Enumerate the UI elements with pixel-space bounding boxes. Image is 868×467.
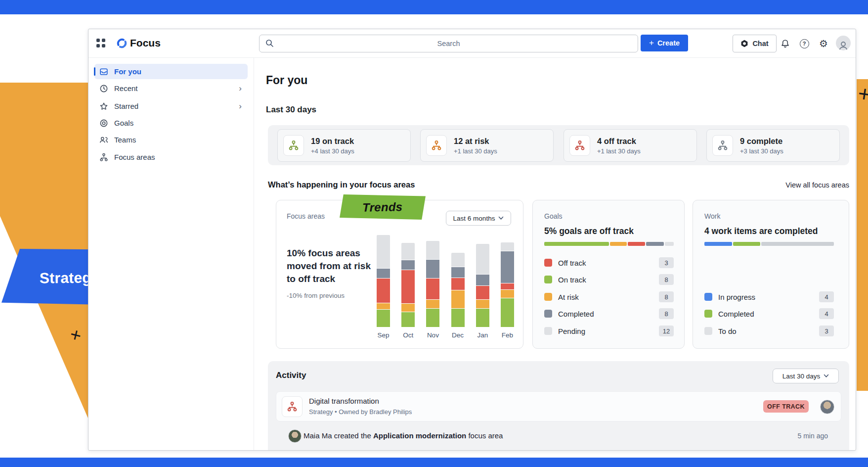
goals-headline: 5% goals are off track <box>544 226 634 236</box>
focus-area-icon <box>282 396 303 417</box>
status-swatch <box>704 293 712 301</box>
legend-row: At risk 8 <box>544 291 674 302</box>
activity-range-select[interactable]: Last 30 days <box>773 369 839 383</box>
stat-subtitle: +3 last 30 days <box>740 147 783 155</box>
legend-row: Off track 3 <box>544 257 674 268</box>
rovo-chat-icon <box>740 40 748 47</box>
org-chart-icon <box>99 153 108 162</box>
trend-bar-dec: Dec <box>451 253 465 339</box>
people-icon <box>99 136 108 144</box>
bar-segment-on_track <box>426 309 439 327</box>
legend-row: In progress 4 <box>704 291 834 302</box>
sidebar-item-label: Teams <box>114 136 136 144</box>
goals-card: Goals 5% goals are off track Off track 3… <box>532 200 685 349</box>
sidebar-item-goals[interactable]: Goals <box>94 115 248 131</box>
sidebar-item-for-you[interactable]: For you <box>94 64 248 79</box>
focus-areas-trend-card: Focus areas Last 6 months 10% focus area… <box>276 200 523 349</box>
search-input[interactable]: Search <box>259 35 638 52</box>
trend-bar-oct: Oct <box>401 243 415 339</box>
activity-range-value: Last 30 days <box>782 373 821 380</box>
stat-title: 12 at risk <box>454 137 497 146</box>
trend-bar-sep: Sep <box>377 235 390 339</box>
work-card: Work 4 work items are completed In progr… <box>693 200 849 349</box>
stat-card-complete[interactable]: 9 complete +3 last 30 days <box>706 129 840 162</box>
sidebar-item-recent[interactable]: Recent › <box>94 81 248 96</box>
trend-bar-jan: Jan <box>476 244 489 339</box>
stat-card-off-track[interactable]: 4 off track +1 last 30 days <box>564 129 697 162</box>
app-name: Focus <box>130 37 161 49</box>
sidebar-item-starred[interactable]: Starred › <box>94 98 248 114</box>
search-icon <box>265 39 274 47</box>
x-axis-label: Dec <box>451 331 465 339</box>
legend-row: To do 3 <box>704 326 834 336</box>
bar-segment-at_risk <box>401 304 415 312</box>
chevron-right-icon[interactable]: › <box>239 84 242 93</box>
bar-segment-at_risk <box>451 290 465 309</box>
search-placeholder: Search <box>437 40 460 47</box>
sidebar-item-teams[interactable]: Teams <box>94 132 248 147</box>
card-label: Focus areas <box>287 212 325 220</box>
owner-avatar[interactable] <box>820 400 834 414</box>
chevron-down-icon <box>824 374 829 378</box>
trend-headline: 10% focus areas moved from at risk to of… <box>287 247 378 285</box>
bar-segment-pending <box>451 253 465 267</box>
settings-gear-icon[interactable]: ⚙ <box>818 38 829 49</box>
bar-segment-off_track <box>377 279 390 303</box>
progress-segment-completed <box>646 242 664 246</box>
activity-item-title[interactable]: Digital transformation <box>309 397 379 405</box>
event-target-link[interactable]: Application modernization <box>373 431 466 440</box>
chat-button[interactable]: Chat <box>733 35 777 52</box>
work-progress-bar <box>704 242 834 246</box>
chevron-right-icon[interactable]: › <box>239 102 242 110</box>
event-suffix: focus area <box>466 431 503 440</box>
bar-segment-on_track <box>476 309 489 327</box>
stat-card-on-track[interactable]: 19 on track +4 last 30 days <box>277 129 411 162</box>
actor-avatar <box>288 429 302 443</box>
legend-label: Completed <box>718 310 754 318</box>
notifications-bell-icon[interactable] <box>780 38 790 49</box>
bar-segment-pending <box>401 243 415 260</box>
status-swatch <box>544 310 552 318</box>
bar-segment-pending <box>501 242 514 251</box>
trend-bar-nov: Nov <box>426 241 439 339</box>
activity-item-digital-transformation[interactable]: Digital transformation Strategy • Owned … <box>276 391 841 421</box>
create-button-label: Create <box>657 39 680 47</box>
card-label: Work <box>704 212 720 220</box>
chevron-down-icon <box>498 216 504 220</box>
legend-label: Completed <box>558 310 594 318</box>
status-swatch <box>544 293 552 301</box>
view-all-focus-areas-link[interactable]: View all focus areas <box>785 181 849 189</box>
chat-button-label: Chat <box>752 40 768 47</box>
stat-subtitle: +4 last 30 days <box>311 147 354 155</box>
selected-indicator <box>94 67 95 76</box>
sidebar-item-label: For you <box>114 67 141 76</box>
plus-icon: + <box>649 38 654 48</box>
star-icon <box>99 102 108 111</box>
stat-subtitle: +1 last 30 days <box>454 147 497 155</box>
stat-card-at-risk[interactable]: 12 at risk +1 last 30 days <box>420 129 554 162</box>
activity-heading: Activity <box>276 371 306 380</box>
legend-label: At risk <box>558 293 579 301</box>
activity-event-row[interactable]: Maia Ma created the Application moderniz… <box>276 429 840 442</box>
progress-segment-on-track <box>544 242 609 246</box>
count-badge: 8 <box>659 308 674 319</box>
create-button[interactable]: + Create <box>641 35 688 51</box>
progress-segment-at-risk <box>610 242 627 246</box>
count-badge: 8 <box>659 291 674 302</box>
focus-area-icon <box>283 135 304 156</box>
bar-segment-off_track <box>401 270 415 304</box>
count-badge: 8 <box>659 274 674 285</box>
bar-segment-off_track <box>451 278 465 290</box>
bar-segment-completed <box>501 251 514 283</box>
help-icon[interactable]: ? <box>799 38 810 49</box>
range-select-value: Last 6 months <box>453 215 495 222</box>
count-badge: 12 <box>659 326 674 336</box>
sidebar-item-focus-areas[interactable]: Focus areas <box>94 149 248 165</box>
range-select[interactable]: Last 6 months <box>446 211 511 226</box>
app-switcher-icon[interactable] <box>96 39 106 48</box>
app-window: Focus Search + Create Chat <box>88 29 856 451</box>
bar-segment-off_track <box>426 279 439 300</box>
stat-title: 9 complete <box>740 137 783 146</box>
trend-bar-feb: Feb <box>501 242 514 339</box>
user-avatar[interactable] <box>836 36 851 50</box>
